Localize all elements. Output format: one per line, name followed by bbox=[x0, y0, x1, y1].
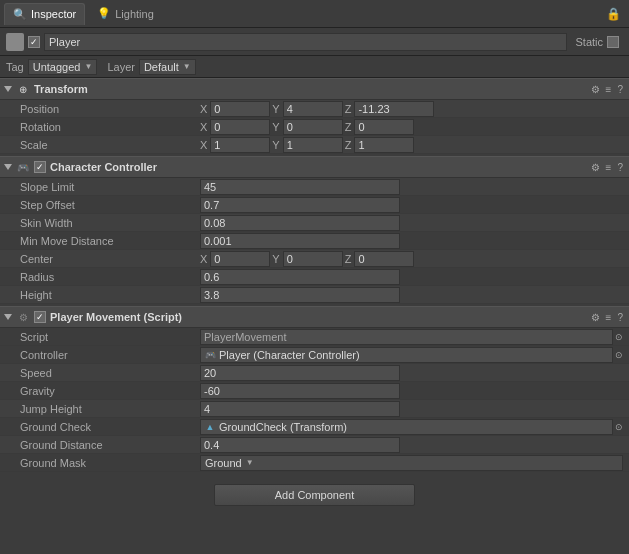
player-movement-icon: ⚙ bbox=[16, 310, 30, 324]
scale-x-field[interactable] bbox=[210, 137, 270, 153]
player-movement-section-title: Player Movement (Script) bbox=[50, 311, 589, 323]
transform-settings-icon[interactable]: ⚙ bbox=[589, 83, 602, 96]
tag-dropdown[interactable]: Untagged ▼ bbox=[28, 59, 98, 75]
controller-label: Controller bbox=[20, 349, 200, 361]
height-field[interactable] bbox=[200, 287, 400, 303]
controller-value: Player (Character Controller) bbox=[219, 349, 360, 361]
min-move-distance-label: Min Move Distance bbox=[20, 235, 200, 247]
transform-menu-icon[interactable]: ≡ bbox=[604, 83, 614, 96]
ground-mask-value: Ground ▼ bbox=[200, 455, 623, 471]
tag-dropdown-arrow: ▼ bbox=[84, 62, 92, 71]
ground-check-select-btn[interactable]: ⊙ bbox=[615, 422, 623, 432]
script-select-btn[interactable]: ⊙ bbox=[615, 332, 623, 342]
min-move-distance-field[interactable] bbox=[200, 233, 400, 249]
script-label: Script bbox=[20, 331, 200, 343]
rotation-x-field[interactable] bbox=[210, 119, 270, 135]
radius-field[interactable] bbox=[200, 269, 400, 285]
tag-layer-bar: Tag Untagged ▼ Layer Default ▼ bbox=[0, 56, 629, 78]
scale-row: Scale X Y Z bbox=[0, 136, 629, 154]
radius-value bbox=[200, 269, 623, 285]
static-checkbox[interactable] bbox=[607, 36, 619, 48]
ground-check-icon: ▲ bbox=[204, 421, 216, 433]
ground-check-value: GroundCheck (Transform) bbox=[219, 421, 347, 433]
center-x-field[interactable] bbox=[210, 251, 270, 267]
center-y-label: Y bbox=[272, 253, 279, 265]
transform-collapse-icon bbox=[4, 86, 12, 92]
center-row: Center X Y Z bbox=[0, 250, 629, 268]
slope-limit-field[interactable] bbox=[200, 179, 400, 195]
controller-select-btn[interactable]: ⊙ bbox=[615, 350, 623, 360]
transform-help-icon[interactable]: ? bbox=[615, 83, 625, 96]
script-field[interactable]: PlayerMovement bbox=[200, 329, 613, 345]
ground-check-field[interactable]: ▲ GroundCheck (Transform) bbox=[200, 419, 613, 435]
gravity-label: Gravity bbox=[20, 385, 200, 397]
script-value: PlayerMovement bbox=[204, 331, 287, 343]
script-row: Script PlayerMovement ⊙ bbox=[0, 328, 629, 346]
cc-menu-icon[interactable]: ≡ bbox=[604, 161, 614, 174]
scale-y-field[interactable] bbox=[283, 137, 343, 153]
cc-help-icon[interactable]: ? bbox=[615, 161, 625, 174]
position-x-label: X bbox=[200, 103, 207, 115]
step-offset-row: Step Offset bbox=[0, 196, 629, 214]
add-component-section: Add Component bbox=[0, 472, 629, 518]
radius-label: Radius bbox=[20, 271, 200, 283]
position-row: Position X Y Z bbox=[0, 100, 629, 118]
ground-mask-dropdown[interactable]: Ground ▼ bbox=[200, 455, 623, 471]
player-name-field[interactable] bbox=[44, 33, 567, 51]
inspector-tab-label: Inspector bbox=[31, 8, 76, 20]
controller-row: Controller 🎮 Player (Character Controlle… bbox=[0, 346, 629, 364]
pm-settings-icon[interactable]: ⚙ bbox=[589, 311, 602, 324]
tab-lighting[interactable]: 💡 Lighting bbox=[89, 3, 162, 25]
center-y-field[interactable] bbox=[283, 251, 343, 267]
speed-row: Speed bbox=[0, 364, 629, 382]
rotation-x-label: X bbox=[200, 121, 207, 133]
jump-height-row: Jump Height bbox=[0, 400, 629, 418]
slope-limit-row: Slope Limit bbox=[0, 178, 629, 196]
gravity-field[interactable] bbox=[200, 383, 400, 399]
jump-height-value bbox=[200, 401, 623, 417]
pm-help-icon[interactable]: ? bbox=[615, 311, 625, 324]
step-offset-field[interactable] bbox=[200, 197, 400, 213]
scale-y-label: Y bbox=[272, 139, 279, 151]
speed-value bbox=[200, 365, 623, 381]
ground-distance-field[interactable] bbox=[200, 437, 400, 453]
center-z-field[interactable] bbox=[354, 251, 414, 267]
player-active-checkbox[interactable] bbox=[28, 36, 40, 48]
cc-settings-icon[interactable]: ⚙ bbox=[589, 161, 602, 174]
center-value: X Y Z bbox=[200, 251, 623, 267]
lighting-tab-icon: 💡 bbox=[97, 7, 111, 20]
character-controller-icon: 🎮 bbox=[16, 160, 30, 174]
transform-icon: ⊕ bbox=[16, 82, 30, 96]
layer-dropdown-arrow: ▼ bbox=[183, 62, 191, 71]
tab-bar: 🔍 Inspector 💡 Lighting 🔒 bbox=[0, 0, 629, 28]
character-controller-active-checkbox[interactable] bbox=[34, 161, 46, 173]
add-component-button[interactable]: Add Component bbox=[214, 484, 416, 506]
position-x-field[interactable] bbox=[210, 101, 270, 117]
rotation-z-field[interactable] bbox=[354, 119, 414, 135]
transform-section-header[interactable]: ⊕ Transform ⚙ ≡ ? bbox=[0, 78, 629, 100]
player-movement-section-header[interactable]: ⚙ Player Movement (Script) ⚙ ≡ ? bbox=[0, 306, 629, 328]
character-controller-collapse-icon bbox=[4, 164, 12, 170]
position-y-field[interactable] bbox=[283, 101, 343, 117]
speed-field[interactable] bbox=[200, 365, 400, 381]
controller-field[interactable]: 🎮 Player (Character Controller) bbox=[200, 347, 613, 363]
jump-height-field[interactable] bbox=[200, 401, 400, 417]
rotation-z-label: Z bbox=[345, 121, 352, 133]
ground-distance-value bbox=[200, 437, 623, 453]
inspector-tab-icon: 🔍 bbox=[13, 8, 27, 21]
rotation-row: Rotation X Y Z bbox=[0, 118, 629, 136]
layer-dropdown[interactable]: Default ▼ bbox=[139, 59, 196, 75]
lock-icon[interactable]: 🔒 bbox=[602, 7, 625, 21]
tab-inspector[interactable]: 🔍 Inspector bbox=[4, 3, 85, 25]
rotation-y-field[interactable] bbox=[283, 119, 343, 135]
scale-x-label: X bbox=[200, 139, 207, 151]
scale-z-field[interactable] bbox=[354, 137, 414, 153]
character-controller-section-header[interactable]: 🎮 Character Controller ⚙ ≡ ? bbox=[0, 156, 629, 178]
position-z-field[interactable] bbox=[354, 101, 434, 117]
center-x-label: X bbox=[200, 253, 207, 265]
speed-label: Speed bbox=[20, 367, 200, 379]
player-movement-active-checkbox[interactable] bbox=[34, 311, 46, 323]
step-offset-value bbox=[200, 197, 623, 213]
skin-width-field[interactable] bbox=[200, 215, 400, 231]
pm-menu-icon[interactable]: ≡ bbox=[604, 311, 614, 324]
